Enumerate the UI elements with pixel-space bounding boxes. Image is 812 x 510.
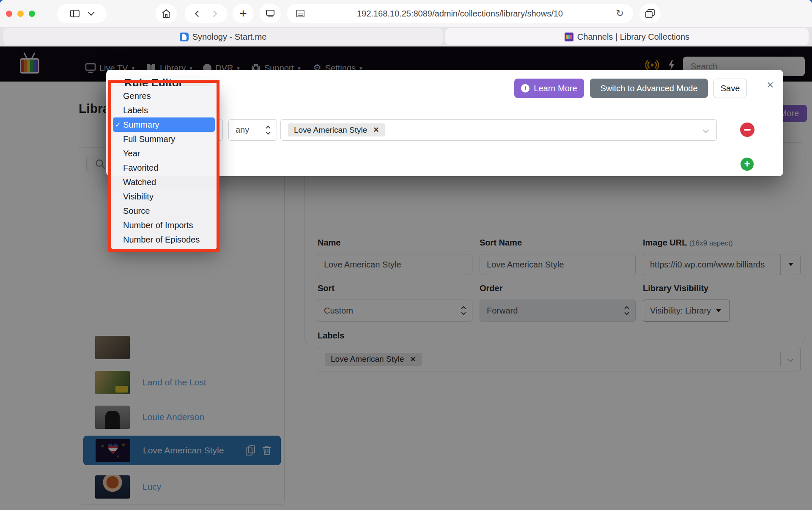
page-settings-button[interactable] xyxy=(260,4,281,23)
copy-tabs-icon xyxy=(645,9,655,18)
home-button[interactable] xyxy=(156,4,177,23)
tab-title: Channels | Library Collections xyxy=(577,32,689,42)
tab-synology[interactable]: Synology - Start.me xyxy=(3,28,443,45)
dropdown-option[interactable]: Number of Episodes xyxy=(113,232,215,247)
learn-more-button[interactable]: i Learn More xyxy=(514,79,584,98)
zoom-window-button[interactable] xyxy=(29,11,35,17)
add-rule-button[interactable]: + xyxy=(741,158,754,171)
tab-overview-button[interactable] xyxy=(639,4,661,23)
dropdown-option[interactable]: Source xyxy=(113,204,215,218)
url-text: 192.168.10.25:8089/admin/collections/lib… xyxy=(287,4,633,23)
info-icon: i xyxy=(521,84,529,93)
dropdown-option[interactable]: Favorited xyxy=(113,161,215,175)
rule-value-multiselect[interactable]: Love American Style✕ xyxy=(280,119,717,141)
close-icon[interactable]: × xyxy=(767,79,774,91)
save-button[interactable]: Save xyxy=(713,79,747,98)
dropdown-option[interactable]: Number of Imports xyxy=(113,218,215,232)
minimize-window-button[interactable] xyxy=(17,11,24,17)
sidebar-icon xyxy=(70,10,80,17)
new-tab-button[interactable]: + xyxy=(233,4,254,23)
dropdown-option[interactable]: ✓ Summary xyxy=(113,117,215,132)
close-window-button[interactable] xyxy=(6,11,12,17)
rule-caret-button[interactable] xyxy=(695,128,716,132)
reader-icon xyxy=(296,10,304,17)
switch-advanced-mode-button[interactable]: Switch to Advanced Mode xyxy=(590,79,708,98)
chevron-down-icon xyxy=(88,9,95,16)
sidebar-toggle-button[interactable] xyxy=(57,4,107,23)
url-bar[interactable]: 192.168.10.25:8089/admin/collections/lib… xyxy=(287,4,633,23)
dropdown-option[interactable]: Labels xyxy=(113,103,215,117)
dropdown-option[interactable]: Year xyxy=(113,146,215,161)
tab-title: Synology - Start.me xyxy=(192,32,267,42)
back-button[interactable] xyxy=(195,10,202,17)
field-select-dropdown: Genres Labels ✓ Summary Full Summary Yea… xyxy=(111,86,217,249)
reload-icon[interactable]: ↻ xyxy=(616,8,624,19)
rule-operator-select[interactable]: any xyxy=(228,119,277,141)
browser-window: + 192.168.10.25:8089/admin/collections/l… xyxy=(0,0,812,510)
tab-channels[interactable]: Channels | Library Collections xyxy=(445,28,809,45)
dropdown-option[interactable]: Full Summary xyxy=(113,132,215,146)
forward-button[interactable] xyxy=(211,10,217,17)
channels-favicon xyxy=(565,33,573,41)
history-nav-group xyxy=(185,4,227,23)
display-icon xyxy=(266,10,274,17)
tab-strip: Synology - Start.me Channels | Library C… xyxy=(0,27,812,46)
synology-favicon xyxy=(180,33,189,41)
remove-chip-icon[interactable]: ✕ xyxy=(373,125,379,134)
dropdown-option[interactable]: Watched xyxy=(113,175,215,189)
rule-value-chip[interactable]: Love American Style✕ xyxy=(288,123,385,136)
stepper-icon xyxy=(266,126,270,134)
home-icon xyxy=(162,9,171,18)
plus-icon: + xyxy=(239,6,247,21)
chevron-down-icon xyxy=(703,127,709,133)
checkmark-icon: ✓ xyxy=(115,121,123,129)
remove-rule-button[interactable] xyxy=(740,123,754,137)
minus-icon xyxy=(744,129,751,131)
browser-toolbar: + 192.168.10.25:8089/admin/collections/l… xyxy=(0,0,812,27)
dropdown-option[interactable]: Genres xyxy=(113,89,215,103)
dropdown-option[interactable]: Visibility xyxy=(113,189,215,204)
